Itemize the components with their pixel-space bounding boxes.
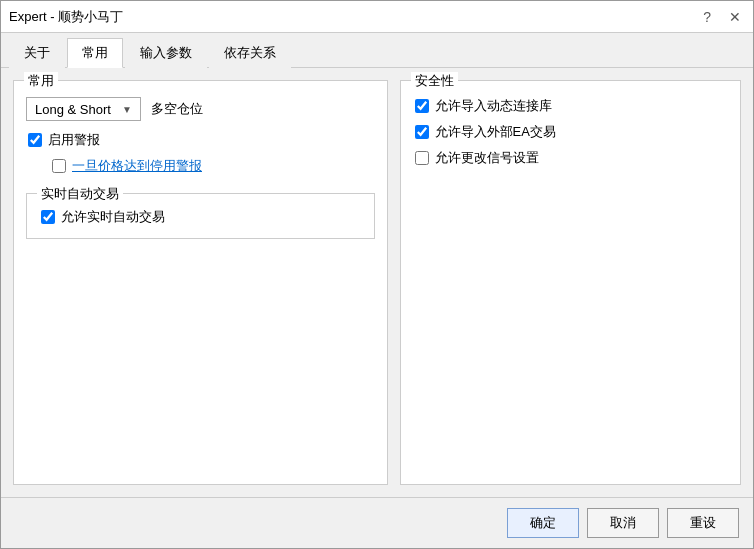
tab-common[interactable]: 常用 xyxy=(67,38,123,68)
right-panel: 安全性 允许导入动态连接库 允许导入外部EA交易 允许更改信号设置 xyxy=(400,80,741,485)
cancel-button[interactable]: 取消 xyxy=(587,508,659,538)
title-bar: Expert - 顺势小马丁 ? ✕ xyxy=(1,1,753,33)
external-ea-checkbox-row: 允许导入外部EA交易 xyxy=(415,123,728,141)
dynamic-lib-checkbox[interactable] xyxy=(415,99,429,113)
dropdown-label: 多空仓位 xyxy=(151,100,203,118)
realtime-checkbox-row: 允许实时自动交易 xyxy=(41,208,362,226)
dropdown-row: Long & Short ▼ 多空仓位 xyxy=(26,97,375,121)
price-alert-label[interactable]: 一旦价格达到停用警报 xyxy=(72,157,202,175)
price-alert-checkbox-row: 一旦价格达到停用警报 xyxy=(52,157,375,175)
dynamic-lib-label[interactable]: 允许导入动态连接库 xyxy=(435,97,552,115)
main-window: Expert - 顺势小马丁 ? ✕ 关于 常用 输入参数 依存关系 常用 Lo… xyxy=(0,0,754,549)
left-panel: 常用 Long & Short ▼ 多空仓位 启用警报 一旦价格达到停用警报 xyxy=(13,80,388,485)
alert-checkbox-row: 启用警报 xyxy=(28,131,375,149)
realtime-legend: 实时自动交易 xyxy=(37,185,123,203)
modify-signal-checkbox[interactable] xyxy=(415,151,429,165)
enable-alert-checkbox[interactable] xyxy=(28,133,42,147)
dropdown-arrow-icon: ▼ xyxy=(122,104,132,115)
realtime-section: 实时自动交易 允许实时自动交易 xyxy=(26,193,375,239)
dropdown-value: Long & Short xyxy=(35,102,111,117)
title-controls: ? ✕ xyxy=(699,9,745,25)
long-short-dropdown[interactable]: Long & Short ▼ xyxy=(26,97,141,121)
modify-signal-label[interactable]: 允许更改信号设置 xyxy=(435,149,539,167)
tab-input-params[interactable]: 输入参数 xyxy=(125,38,207,68)
tab-bar: 关于 常用 输入参数 依存关系 xyxy=(1,33,753,68)
window-title: Expert - 顺势小马丁 xyxy=(9,8,123,26)
main-content: 常用 Long & Short ▼ 多空仓位 启用警报 一旦价格达到停用警报 xyxy=(1,68,753,497)
reset-button[interactable]: 重设 xyxy=(667,508,739,538)
price-alert-checkbox[interactable] xyxy=(52,159,66,173)
realtime-trade-label[interactable]: 允许实时自动交易 xyxy=(61,208,165,226)
help-button[interactable]: ? xyxy=(699,9,715,25)
realtime-trade-checkbox[interactable] xyxy=(41,210,55,224)
right-panel-legend: 安全性 xyxy=(411,72,458,90)
confirm-button[interactable]: 确定 xyxy=(507,508,579,538)
enable-alert-label[interactable]: 启用警报 xyxy=(48,131,100,149)
tab-about[interactable]: 关于 xyxy=(9,38,65,68)
footer: 确定 取消 重设 xyxy=(1,497,753,548)
left-panel-legend: 常用 xyxy=(24,72,58,90)
dynamic-lib-checkbox-row: 允许导入动态连接库 xyxy=(415,97,728,115)
external-ea-checkbox[interactable] xyxy=(415,125,429,139)
modify-signal-checkbox-row: 允许更改信号设置 xyxy=(415,149,728,167)
close-button[interactable]: ✕ xyxy=(725,9,745,25)
external-ea-label[interactable]: 允许导入外部EA交易 xyxy=(435,123,556,141)
tab-dependencies[interactable]: 依存关系 xyxy=(209,38,291,68)
realtime-panel: 实时自动交易 允许实时自动交易 xyxy=(26,193,375,239)
